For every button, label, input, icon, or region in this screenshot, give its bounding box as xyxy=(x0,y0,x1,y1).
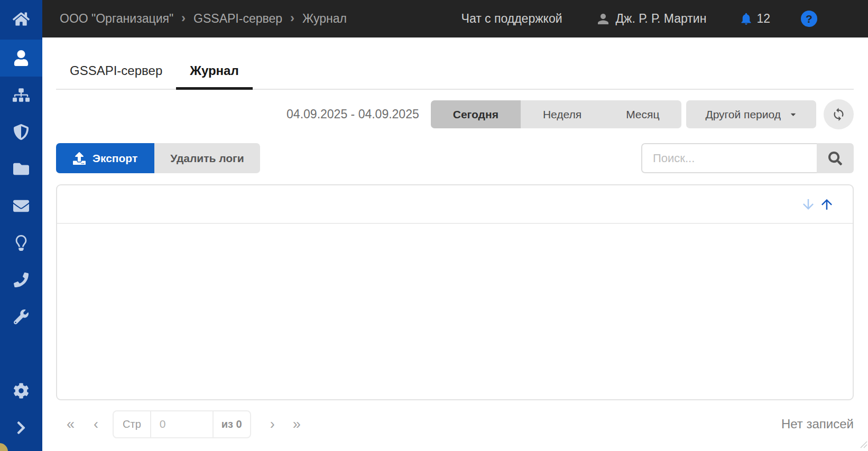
envelope-icon xyxy=(13,198,29,214)
folder-icon xyxy=(13,161,29,177)
delete-logs-button[interactable]: Удалить логи xyxy=(154,143,260,173)
period-filter-row: 04.09.2025 - 04.09.2025 Сегодня Неделя М… xyxy=(56,100,854,128)
sidebar-item-users[interactable] xyxy=(0,40,42,77)
search-button[interactable] xyxy=(817,143,854,173)
breadcrumb-gssapi-server[interactable]: GSSAPI-сервер xyxy=(193,12,282,26)
sidebar-item-ideas[interactable] xyxy=(0,224,42,261)
pagination-row: « ‹ Стр из 0 › » Нет записей xyxy=(56,409,854,439)
notifications-count: 12 xyxy=(756,12,770,26)
user-menu[interactable]: Дж. Р. Р. Мартин xyxy=(595,11,707,27)
log-table xyxy=(56,184,854,400)
sidebar xyxy=(0,0,42,451)
log-table-body xyxy=(57,224,853,399)
log-table-header xyxy=(57,185,853,224)
arrow-up-icon xyxy=(819,196,835,212)
sidebar-item-tools[interactable] xyxy=(0,298,42,335)
toolbar-row: Экспорт Удалить логи xyxy=(56,143,854,173)
resize-grip-icon xyxy=(860,441,867,450)
pagination-last-button[interactable]: » xyxy=(293,417,301,431)
breadcrumb-separator-icon: › xyxy=(181,12,186,26)
person-icon xyxy=(595,11,611,27)
main-column: ООО "Организация" › GSSAPI-сервер › Журн… xyxy=(42,0,868,451)
question-icon: ? xyxy=(806,13,812,25)
tab-journal[interactable]: Журнал xyxy=(176,51,252,89)
home-icon xyxy=(13,11,30,27)
refresh-button[interactable] xyxy=(824,99,854,129)
refresh-icon xyxy=(832,107,846,121)
pagination-first-button[interactable]: « xyxy=(67,417,75,431)
page-content: GSSAPI-сервер Журнал 04.09.2025 - 04.09.… xyxy=(42,37,868,451)
topbar: ООО "Организация" › GSSAPI-сервер › Журн… xyxy=(42,0,868,37)
wrench-icon xyxy=(14,309,29,324)
user-name: Дж. Р. Р. Мартин xyxy=(616,12,707,26)
export-button[interactable]: Экспорт xyxy=(56,143,154,173)
sitemap-icon xyxy=(13,87,30,104)
sidebar-item-structure[interactable] xyxy=(0,77,42,114)
period-week-button[interactable]: Неделя xyxy=(521,100,604,128)
breadcrumb-journal: Журнал xyxy=(302,12,347,26)
sidebar-item-telephony[interactable] xyxy=(0,261,42,298)
notifications-button[interactable]: 12 xyxy=(739,12,770,26)
chevron-right-icon xyxy=(16,420,26,435)
sidebar-item-mail[interactable] xyxy=(0,187,42,224)
pagination-page-label: Стр xyxy=(114,411,151,437)
pagination-next-button[interactable]: › xyxy=(270,417,275,431)
period-today-button[interactable]: Сегодня xyxy=(431,100,521,128)
sidebar-item-home[interactable] xyxy=(0,0,42,37)
sidebar-item-files[interactable] xyxy=(0,151,42,187)
search-bar xyxy=(641,143,854,173)
support-chat-link[interactable]: Чат с поддержкой xyxy=(461,12,562,26)
topbar-right: Чат с поддержкой Дж. Р. Р. Мартин 12 ? xyxy=(461,11,817,27)
period-segment-group: Сегодня Неделя Месяц xyxy=(431,100,682,128)
phone-icon xyxy=(14,273,29,287)
sidebar-expand-toggle[interactable] xyxy=(0,409,42,446)
sort-descending-button[interactable] xyxy=(800,196,816,212)
period-month-button[interactable]: Месяц xyxy=(604,100,681,128)
sidebar-spacer xyxy=(0,335,42,372)
gear-icon xyxy=(13,383,29,399)
empty-records-label: Нет записей xyxy=(781,417,854,431)
bell-icon xyxy=(739,12,753,26)
help-button[interactable]: ? xyxy=(801,11,817,27)
tab-gssapi-server[interactable]: GSSAPI-сервер xyxy=(56,51,176,89)
pagination-page-input[interactable] xyxy=(151,411,213,437)
pagination-prev-button[interactable]: ‹ xyxy=(94,417,98,431)
pagination-page-group: Стр из 0 xyxy=(113,410,251,438)
date-range-label: 04.09.2025 - 04.09.2025 xyxy=(287,107,419,121)
lightbulb-icon xyxy=(15,235,27,251)
sort-ascending-button[interactable] xyxy=(819,196,835,212)
upload-icon xyxy=(73,152,86,165)
other-period-label: Другой период xyxy=(705,108,781,121)
app-root: ООО "Организация" › GSSAPI-сервер › Журн… xyxy=(0,0,868,451)
search-input[interactable] xyxy=(641,143,817,173)
shield-icon xyxy=(13,124,29,140)
sidebar-item-security[interactable] xyxy=(0,114,42,151)
arrow-down-icon xyxy=(800,196,816,212)
export-label: Экспорт xyxy=(93,152,137,165)
search-icon xyxy=(828,152,842,165)
breadcrumb: ООО "Организация" › GSSAPI-сервер › Журн… xyxy=(60,12,347,26)
other-period-dropdown[interactable]: Другой период xyxy=(686,100,816,128)
caret-down-icon xyxy=(789,110,797,118)
sidebar-item-settings[interactable] xyxy=(0,372,42,409)
pagination-total-label: из 0 xyxy=(213,411,250,437)
tab-bar: GSSAPI-сервер Журнал xyxy=(56,51,854,90)
user-icon xyxy=(13,50,29,66)
breadcrumb-organization[interactable]: ООО "Организация" xyxy=(60,12,173,26)
breadcrumb-separator-icon: › xyxy=(290,12,294,26)
